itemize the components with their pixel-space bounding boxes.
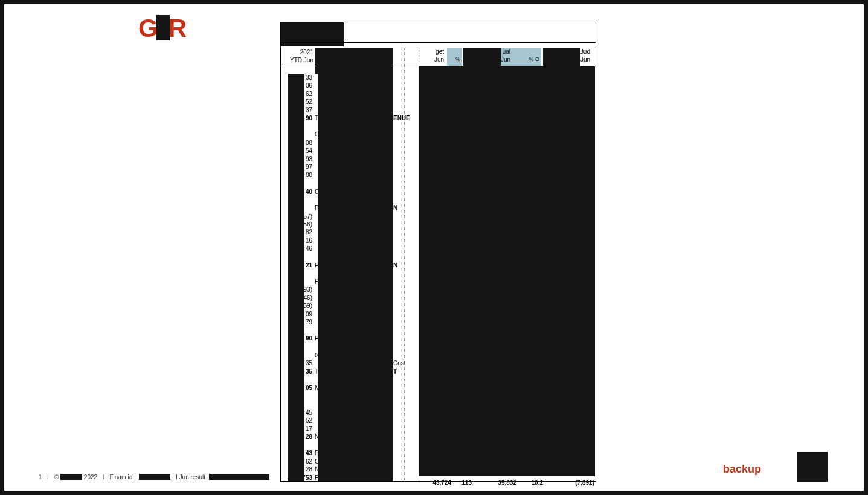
financial-report: oup Result - Jun 2022 USD 000 2021 YTD J…	[280, 22, 596, 482]
footer-separator-2: I	[103, 474, 104, 481]
col-budget-top: get	[420, 48, 444, 55]
logo-letter-g: G	[138, 14, 158, 42]
col-2021-year: 2021	[283, 48, 313, 56]
slide-canvas: GR backup 1 I © 2022 I Financial I Jun r…	[4, 4, 864, 491]
footer-copyright: ©	[54, 474, 59, 481]
backup-label: backup	[723, 463, 761, 476]
summary-v1: 43,724	[420, 479, 451, 486]
footer-page-number: 1	[39, 474, 42, 481]
row-label-end: T	[393, 368, 397, 375]
footer-separator: I	[47, 474, 49, 481]
body-redaction-col1	[288, 74, 304, 481]
col-2021-header: 2021 YTD Jun	[283, 48, 313, 64]
summary-v2: 113	[454, 479, 472, 486]
body-redaction-labels	[318, 66, 393, 481]
footer-trail: I Jun result	[176, 474, 205, 481]
company-logo: GR	[138, 14, 186, 43]
col-actual-pct: % O	[522, 56, 539, 62]
body-redaction-numbers	[419, 66, 595, 476]
summary-v3: 35,832	[485, 479, 516, 486]
footer-redaction-1	[60, 474, 82, 480]
logo-letter-r: R	[169, 14, 186, 42]
summary-v5: (7,892)	[563, 479, 594, 486]
row-label-end: N	[393, 205, 397, 211]
col-budget-pct: %	[447, 56, 460, 62]
footer-redaction-3	[209, 474, 269, 480]
slide-frame: GR backup 1 I © 2022 I Financial I Jun r…	[0, 0, 868, 495]
col-budget-sub: Jun	[420, 56, 444, 63]
report-header-redaction	[281, 22, 344, 46]
bottom-right-redaction	[797, 452, 828, 482]
row-label-end: N	[393, 262, 397, 269]
footer-redaction-2	[139, 474, 170, 480]
col-2021-sub: YTD Jun	[283, 56, 313, 64]
row-label-end: Cost	[393, 360, 406, 366]
footer-year: 2022	[84, 474, 97, 481]
slide-footer: 1 I © 2022 I Financial I Jun result	[39, 474, 269, 481]
report-rule-1	[281, 42, 596, 43]
summary-v4: 10.2	[521, 479, 543, 486]
logo-redaction-block	[156, 15, 170, 40]
row-label-end: ENUE	[393, 115, 410, 121]
footer-section: Financial	[109, 474, 133, 481]
